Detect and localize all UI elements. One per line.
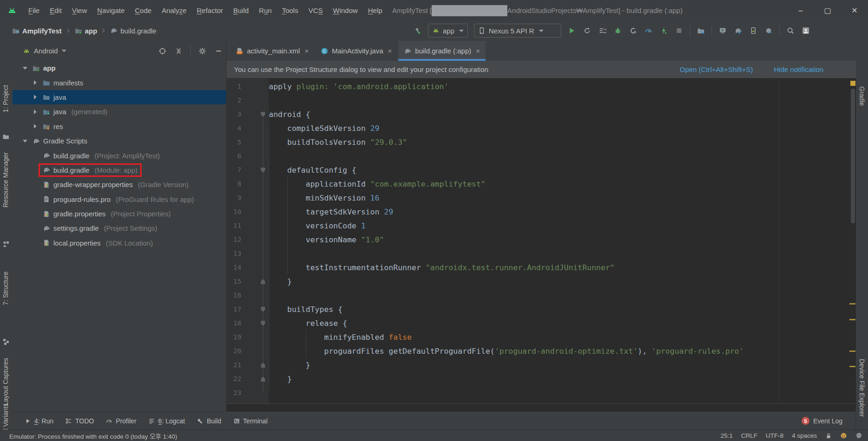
device-manager-button[interactable]: [764, 26, 773, 35]
tree-item-gradle-wrapper-properties[interactable]: gradle-wrapper.properties (Gradle Versio…: [13, 177, 226, 192]
tree-item-java[interactable]: java: [13, 90, 226, 104]
menu-window[interactable]: Window: [328, 0, 363, 21]
warning-stripe-mark[interactable]: [849, 350, 855, 352]
fold-end-marker-icon[interactable]: [261, 376, 265, 382]
collapsed-arrow-icon[interactable]: [30, 110, 40, 114]
run-configuration-select[interactable]: app: [428, 24, 468, 38]
tw-resources-icon[interactable]: [2, 240, 10, 248]
breadcrumb-item[interactable]: AmplifyTest: [12, 27, 62, 35]
locate-button[interactable]: [158, 46, 167, 56]
menu-help[interactable]: Help: [363, 0, 388, 21]
profiler-button[interactable]: [644, 26, 653, 35]
warning-stripe-mark[interactable]: [849, 303, 855, 305]
collapse-all-button[interactable]: [174, 46, 183, 56]
tab-activity-main-xml[interactable]: <>activity_main.xml×: [230, 41, 314, 61]
stop-button[interactable]: [674, 26, 684, 35]
tree-item-gradle-scripts[interactable]: Gradle Scripts: [13, 134, 226, 148]
event-log-button[interactable]: 5 Event Log: [802, 417, 842, 425]
inspection-status-square[interactable]: [850, 81, 855, 86]
menu-navigate[interactable]: Navigate: [92, 0, 130, 21]
project-view-selector[interactable]: Android: [23, 47, 66, 55]
fold-start-marker-icon[interactable]: [261, 307, 265, 312]
hide-button[interactable]: [214, 46, 223, 56]
device-select[interactable]: Nexus 5 API R: [474, 24, 561, 38]
tree-item-settings-gradle[interactable]: settings.gradle (Project Settings): [13, 221, 226, 235]
profile-avatar-button[interactable]: [801, 26, 810, 35]
tree-item-manifests[interactable]: manifests: [13, 75, 226, 90]
fold-end-marker-icon[interactable]: [261, 279, 265, 284]
build-hammer-icon[interactable]: [415, 27, 422, 34]
tool-window-button-todo[interactable]: TODO: [65, 417, 94, 425]
status-indent-style[interactable]: 4 spaces: [792, 432, 817, 439]
tree-item-app[interactable]: app: [13, 61, 226, 75]
tool-window-button-profiler[interactable]: Profiler: [106, 417, 136, 425]
fold-start-marker-icon[interactable]: [261, 168, 265, 173]
tree-item-java[interactable]: java (generated): [13, 104, 226, 119]
debug-button[interactable]: [613, 26, 622, 35]
search-button[interactable]: [786, 26, 795, 35]
editor-scrollbar-thumb[interactable]: [851, 89, 855, 223]
tool-window-button-6-logcat[interactable]: 6: Logcat: [149, 417, 185, 425]
tab-build-gradle-app-[interactable]: build.gradle (:app)×: [398, 41, 486, 61]
tree-item-gradle-properties[interactable]: gradle.properties (Project Properties): [13, 207, 226, 221]
tool-window-button-terminal[interactable]: Terminal: [233, 417, 268, 425]
attach-debugger-button[interactable]: [628, 26, 638, 35]
tree-item-build-gradle[interactable]: build.gradle (Module: app): [13, 163, 226, 177]
expanded-arrow-icon[interactable]: [20, 140, 30, 143]
warning-stripe-mark[interactable]: [849, 319, 855, 320]
tree-item-proguard-rules-pro[interactable]: proguard-rules.pro (ProGuard Rules for a…: [13, 192, 226, 207]
menu-code[interactable]: Code: [130, 0, 157, 21]
tool-window-button-7-structure[interactable]: 7: Structure: [2, 272, 9, 305]
run-button[interactable]: [567, 26, 577, 35]
tab-mainactivity-java[interactable]: CMainActivity.java×: [315, 41, 397, 61]
fold-end-marker-icon[interactable]: [261, 363, 265, 368]
tool-window-button-resource-manager[interactable]: Resource Manager: [2, 152, 9, 208]
collapsed-arrow-icon[interactable]: [30, 124, 40, 129]
close-button[interactable]: ✕: [841, 0, 868, 21]
avd-manager-button[interactable]: [718, 26, 727, 35]
breadcrumb-item[interactable]: build.gradle: [110, 27, 156, 35]
menu-vcs[interactable]: VCS: [303, 0, 328, 21]
maximize-button[interactable]: ▢: [814, 0, 841, 21]
status-caret-position[interactable]: 25:1: [720, 432, 732, 439]
tree-item-local-properties[interactable]: local.properties (SDK Location): [13, 236, 226, 250]
lock-icon[interactable]: [825, 433, 832, 439]
close-tab-icon[interactable]: ×: [304, 47, 309, 55]
warning-stripe-mark[interactable]: [849, 366, 855, 367]
menu-tools[interactable]: Tools: [277, 0, 303, 21]
menu-analyze[interactable]: Analyze: [156, 0, 191, 21]
tool-window-button-build[interactable]: Build: [197, 417, 221, 425]
tool-window-button-4-run[interactable]: 4: Run: [25, 417, 53, 425]
tool-folder-button[interactable]: [696, 26, 706, 35]
tw-structure-icon[interactable]: [2, 338, 10, 345]
collapsed-arrow-icon[interactable]: [30, 80, 40, 85]
menu-view[interactable]: View: [67, 0, 92, 21]
tree-item-build-gradle[interactable]: build.gradle (Project: AmplifyTest): [13, 148, 226, 162]
tool-window-button-layout-captures[interactable]: Layout Captures: [2, 358, 9, 406]
status-file-encoding[interactable]: UTF-8: [766, 432, 784, 439]
apply-changes-button[interactable]: [659, 26, 668, 35]
coverage-button[interactable]: [598, 26, 607, 35]
restart-activity-button[interactable]: [583, 26, 592, 35]
bubble-icon[interactable]: [855, 432, 862, 439]
expanded-arrow-icon[interactable]: [20, 67, 30, 70]
menu-run[interactable]: Run: [254, 0, 277, 21]
tool-window-button-1-project[interactable]: 1: Project: [2, 85, 9, 112]
tool-window-button-gradle[interactable]: Gradle: [858, 86, 866, 106]
tree-item-res[interactable]: res: [13, 119, 226, 134]
menu-build[interactable]: Build: [228, 0, 253, 21]
menu-file[interactable]: File: [23, 0, 45, 21]
fold-start-marker-icon[interactable]: [261, 321, 265, 326]
gradle-sync-button[interactable]: [733, 26, 743, 35]
menu-edit[interactable]: Edit: [45, 0, 67, 21]
minimize-button[interactable]: –: [787, 0, 814, 21]
close-tab-icon[interactable]: ×: [476, 47, 480, 55]
fold-start-marker-icon[interactable]: [261, 112, 265, 117]
smiley-icon[interactable]: [840, 432, 847, 439]
close-tab-icon[interactable]: ×: [388, 47, 392, 55]
open-project-structure-link[interactable]: Open (Ctrl+Alt+Shift+S): [680, 65, 753, 73]
settings-button[interactable]: [198, 46, 207, 56]
sdk-manager-button[interactable]: [749, 26, 758, 35]
breadcrumb-item[interactable]: app: [75, 27, 97, 35]
collapsed-arrow-icon[interactable]: [30, 95, 40, 99]
